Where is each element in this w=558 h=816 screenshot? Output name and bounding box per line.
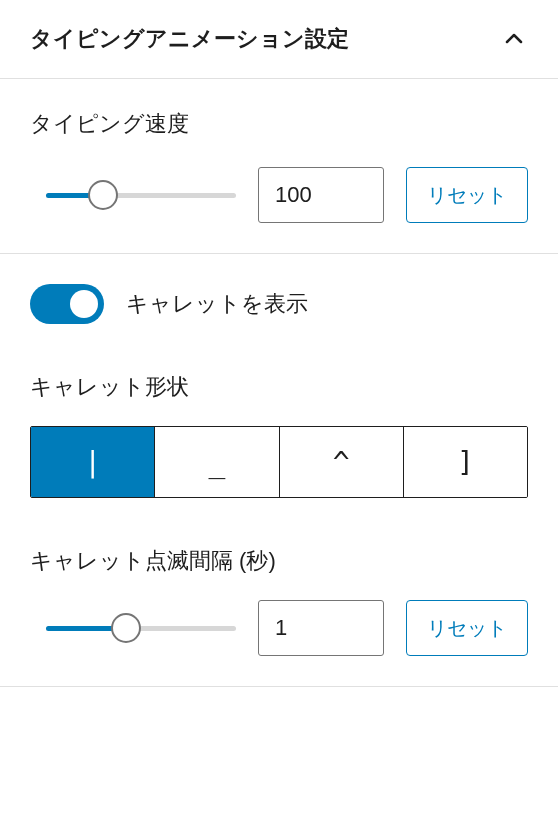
slider-thumb[interactable] [111, 613, 141, 643]
chevron-up-icon[interactable] [500, 25, 528, 53]
toggle-knob [70, 290, 98, 318]
caret-toggle-label: キャレットを表示 [126, 289, 308, 319]
typing-speed-slider[interactable] [46, 183, 236, 207]
typing-speed-section: タイピング速度 リセット [0, 79, 558, 254]
caret-shape-group: | _ ^ ] [30, 426, 528, 498]
caret-shape-option-caret[interactable]: ^ [280, 427, 404, 497]
typing-speed-row: リセット [30, 167, 528, 223]
typing-speed-input[interactable] [258, 167, 384, 223]
caret-toggle[interactable] [30, 284, 104, 324]
caret-blink-row: リセット [30, 600, 528, 656]
panel-title: タイピングアニメーション設定 [30, 24, 349, 54]
caret-blink-slider[interactable] [46, 616, 236, 640]
caret-section: キャレットを表示 キャレット形状 | _ ^ ] キャレット点滅間隔 (秒) リ… [0, 254, 558, 687]
caret-blink-reset-button[interactable]: リセット [406, 600, 528, 656]
caret-toggle-row: キャレットを表示 [30, 284, 528, 324]
caret-shape-option-underscore[interactable]: _ [155, 427, 279, 497]
panel-header[interactable]: タイピングアニメーション設定 [0, 0, 558, 79]
caret-shape-option-pipe[interactable]: | [31, 427, 155, 497]
caret-blink-input[interactable] [258, 600, 384, 656]
slider-thumb[interactable] [88, 180, 118, 210]
typing-speed-label: タイピング速度 [30, 109, 528, 139]
caret-shape-option-bracket[interactable]: ] [404, 427, 527, 497]
typing-speed-reset-button[interactable]: リセット [406, 167, 528, 223]
caret-shape-label: キャレット形状 [30, 372, 528, 402]
caret-blink-label: キャレット点滅間隔 (秒) [30, 546, 528, 576]
